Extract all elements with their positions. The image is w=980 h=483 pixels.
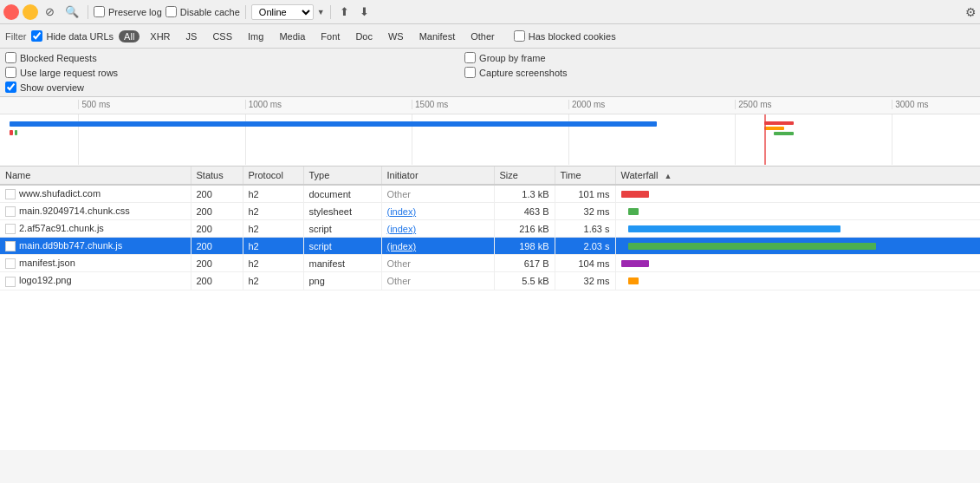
separator3 [330,5,331,19]
cell-initiator[interactable]: (index) [381,238,494,255]
filter-js[interactable]: JS [181,30,203,42]
disable-cache-checkbox[interactable]: Disable cache [165,6,240,17]
group-by-frame-option[interactable]: Group by frame [464,52,568,63]
preserve-log-checkbox[interactable]: Preserve log [94,6,162,17]
filter-doc[interactable]: Doc [350,30,378,42]
separator [88,5,88,19]
toolbar: ⊘ 🔍 Preserve log Disable cache Online Fa… [0,0,980,24]
filter-other[interactable]: Other [465,30,500,42]
search-icon[interactable]: 🔍 [62,3,82,20]
download-icon[interactable]: ⬇ [356,3,373,20]
timeline-bar-css [15,130,17,135]
close-button[interactable] [3,4,19,20]
filter-all[interactable]: All [119,30,140,42]
timeline-marker [764,114,766,165]
filter-css[interactable]: CSS [207,30,237,42]
filter-img[interactable]: Img [243,30,269,42]
network-throttle-select[interactable]: Online Fast 3G Slow 3G Offline [251,4,314,20]
table-row[interactable]: logo192.png200h2pngOther5.5 kB32 ms [0,272,980,290]
waterfall-bar [628,225,840,232]
throttle-arrow: ▼ [317,8,325,16]
cell-waterfall [615,255,980,272]
show-overview-option[interactable]: Show overview [5,82,118,93]
table-row[interactable]: 2.af57ac91.chunk.js200h2script(index)216… [0,220,980,238]
cell-waterfall [615,272,980,290]
cell-protocol: h2 [243,238,303,255]
table-body: www.shufadict.com200h2documentOther1.3 k… [0,185,980,290]
network-table: Name Status Protocol Type Initiator Size… [0,166,980,450]
hide-data-urls-checkbox[interactable] [31,30,42,42]
hide-data-urls-label[interactable]: Hide data URLs [31,30,114,42]
timeline-bar-right-3 [774,132,794,135]
col-status[interactable]: Status [191,166,243,185]
cell-protocol: h2 [243,203,303,220]
requests-table: Name Status Protocol Type Initiator Size… [0,166,980,290]
waterfall-bar [621,191,650,198]
timeline: 500 ms 1000 ms 1500 ms 2000 ms 2500 ms 3… [0,97,980,166]
tick-1500: 1500 ms [412,100,448,109]
filter-icon[interactable]: ⊘ [42,3,58,20]
timeline-bar-main [10,121,656,127]
cell-time: 1.63 s [555,220,615,238]
table-row[interactable]: main.dd9bb747.chunk.js200h2script(index)… [0,238,980,255]
waterfall-bar [621,260,650,267]
table-row[interactable]: www.shufadict.com200h2documentOther1.3 k… [0,185,980,203]
cell-status: 200 [191,185,243,203]
blocked-requests-option[interactable]: Blocked Requests [5,52,118,63]
filter-row: Filter Hide data URLs All XHR JS CSS Img… [0,24,980,49]
has-blocked-cookies-checkbox[interactable] [514,30,525,42]
cell-protocol: h2 [243,272,303,290]
table-row[interactable]: manifest.json200h2manifestOther617 B104 … [0,255,980,272]
file-icon [5,258,16,269]
filter-manifest[interactable]: Manifest [414,30,461,42]
cell-time: 101 ms [555,185,615,203]
upload-icon[interactable]: ⬆ [336,3,353,20]
cell-size: 216 kB [494,220,555,238]
col-time[interactable]: Time [555,166,615,185]
col-protocol[interactable]: Protocol [243,166,303,185]
file-icon [5,224,16,234]
cell-initiator[interactable]: (index) [381,220,494,238]
cell-protocol: h2 [243,255,303,272]
capture-screenshots-option[interactable]: Capture screenshots [464,67,568,78]
cell-status: 200 [191,220,243,238]
col-size[interactable]: Size [494,166,555,185]
col-initiator[interactable]: Initiator [381,166,494,185]
table-row[interactable]: main.92049714.chunk.css200h2stylesheet(i… [0,203,980,220]
cell-type: script [303,238,381,255]
cell-type: manifest [303,255,381,272]
timeline-bar-right-2 [764,127,784,130]
cell-waterfall [615,220,980,238]
cell-waterfall [615,203,980,220]
col-name[interactable]: Name [0,166,191,185]
tick-3000: 3000 ms [892,100,928,109]
stop-button[interactable] [23,4,38,20]
has-blocked-cookies-label[interactable]: Has blocked cookies [514,30,616,42]
cell-type: stylesheet [303,203,381,220]
sort-arrow: ▲ [665,172,672,180]
grid-line-6 [892,114,892,165]
initiator-link[interactable]: (index) [387,241,417,251]
timeline-bar-right-1 [764,121,794,125]
cell-protocol: h2 [243,185,303,203]
col-type[interactable]: Type [303,166,381,185]
initiator-link[interactable]: (index) [387,224,417,234]
cell-name: 2.af57ac91.chunk.js [0,220,191,238]
cell-status: 200 [191,255,243,272]
initiator-link[interactable]: (index) [387,206,417,217]
filter-xhr[interactable]: XHR [145,30,175,42]
use-large-rows-option[interactable]: Use large request rows [5,67,118,78]
filter-font[interactable]: Font [315,30,345,42]
cell-size: 1.3 kB [494,185,555,203]
col-waterfall[interactable]: Waterfall ▲ [615,166,980,185]
options-row: Blocked Requests Use large request rows … [0,49,980,97]
cell-name: manifest.json [0,255,191,272]
waterfall-bar [628,208,639,215]
cell-size: 617 B [494,255,555,272]
cell-size: 463 B [494,203,555,220]
cell-initiator[interactable]: (index) [381,203,494,220]
filter-media[interactable]: Media [274,30,310,42]
settings-icon[interactable]: ⚙ [965,5,977,19]
tick-2000: 2000 ms [568,100,605,109]
filter-ws[interactable]: WS [383,30,409,42]
